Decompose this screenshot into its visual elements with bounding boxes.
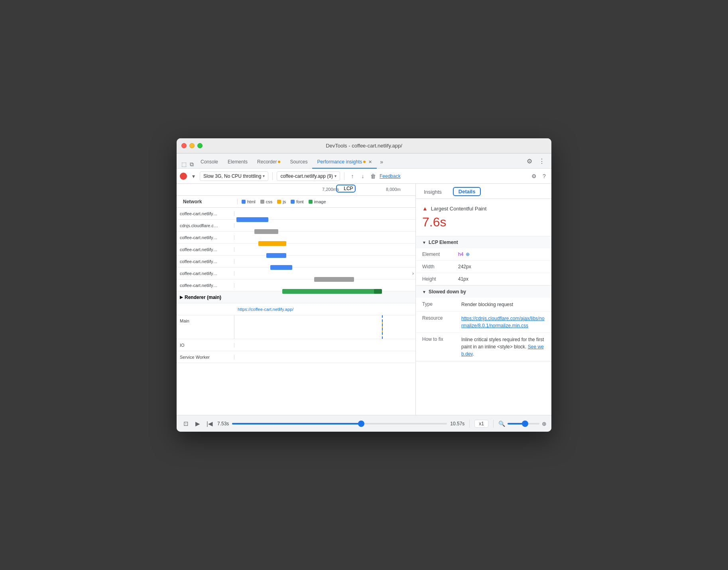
close-button[interactable] [181, 143, 187, 148]
fix-label: How to fix [422, 336, 458, 358]
io-row: IO [177, 339, 415, 351]
tab-performance[interactable]: Performance insights ✕ [312, 157, 377, 169]
settings-icon[interactable]: ⚙ [523, 155, 535, 168]
network-row[interactable]: cdnjs.cloudflare.c… [177, 220, 415, 232]
sw-row: Service Worker [177, 351, 415, 363]
main-content: 7,200ms 8,000m ▲ LCP Network [177, 184, 551, 415]
zoom-in-icon[interactable]: ⊕ [542, 421, 547, 427]
row-label: coffee-cart.netlify… [177, 259, 234, 264]
row-label: coffee-cart.netlify… [177, 283, 234, 288]
network-preset-dropdown[interactable]: Slow 3G, No CPU throttling ▾ [200, 171, 268, 181]
renderer-section-title: Renderer (main) [185, 295, 221, 300]
legend-label-area: Network [180, 199, 238, 204]
network-row[interactable]: coffee-cart.netlify… [177, 232, 415, 244]
preset-arrow-icon: ▾ [263, 174, 265, 178]
image-bar-dark [374, 289, 382, 294]
legend-items: html css js font [242, 199, 326, 204]
network-section: coffee-cart.netlify… cdnjs.cloudflare.c… [177, 208, 415, 415]
slowed-by-header: ▼ Slowed down by [416, 286, 551, 298]
screenshot-icon[interactable]: ⊡ [181, 419, 190, 428]
tab-close-icon[interactable]: ✕ [368, 159, 372, 165]
trash-icon[interactable]: 🗑 [369, 172, 377, 180]
skip-start-icon[interactable]: |◀ [205, 419, 214, 428]
zoom-out-icon[interactable]: 🔍 [498, 421, 505, 427]
tab-console[interactable]: Console [196, 157, 223, 169]
font-dot [291, 200, 295, 204]
scrubber[interactable] [232, 423, 447, 425]
fix-value: Inline critical styles required for the … [461, 336, 545, 358]
separator [272, 172, 273, 180]
element-label: Element [422, 252, 458, 257]
lcp-header-row: ▲ Largest Contentful Paint [422, 205, 545, 212]
renderer-link[interactable]: https://coffee-cart.netlify.app/ [234, 307, 293, 312]
section-toggle-icon[interactable]: ▶ [180, 295, 183, 299]
minimize-button[interactable] [189, 143, 195, 148]
resource-value: https://cdnjs.cloudflare.com/ajax/libs/n… [461, 315, 545, 329]
play-icon[interactable]: ▶ [193, 419, 202, 428]
scrubber-thumb[interactable] [358, 421, 364, 427]
download-icon[interactable]: ↓ [359, 172, 367, 180]
speed-badge[interactable]: x1 [474, 420, 488, 428]
section-toggle-lcp[interactable]: ▼ [422, 240, 426, 245]
tab-elements[interactable]: Elements [223, 157, 252, 169]
upload-icon[interactable]: ↑ [348, 172, 356, 180]
css-dot [260, 200, 264, 204]
network-row[interactable]: coffee-cart.netlify… [177, 208, 415, 220]
bottom-bar: ⊡ ▶ |◀ 7.53s 10.57s x1 🔍 ⊕ [177, 415, 551, 432]
row-chevron-icon[interactable]: › [412, 271, 414, 276]
cursor-icon[interactable]: ⬚ [180, 160, 188, 168]
record-button[interactable] [180, 173, 187, 180]
resource-link[interactable]: https://cdnjs.cloudflare.com/ajax/libs/n… [461, 316, 545, 328]
legend-font: font [291, 199, 303, 204]
lcp-warning-icon: ▲ [422, 205, 428, 212]
left-panel: 7,200ms 8,000m ▲ LCP Network [177, 184, 416, 415]
more-options-icon[interactable]: ⋮ [535, 155, 548, 168]
network-row[interactable]: coffee-cart.netlify… [177, 256, 415, 267]
lcp-badge[interactable]: ▲ LCP [336, 185, 356, 193]
main-thread-label: Main [177, 315, 234, 339]
element-inspect-icon[interactable]: ⊕ [466, 252, 470, 257]
devtools-window: DevTools - coffee-cart.netlify.app/ ⬚ ⧉ … [177, 138, 551, 432]
feedback-link[interactable]: Feedback [380, 173, 401, 179]
lcp-section: ▲ Largest Contentful Paint 7.6s [416, 199, 551, 236]
network-legend: Network html css js [177, 196, 415, 208]
resource-label: Resource [422, 315, 458, 329]
performance-dot [363, 161, 366, 163]
zoom-thumb[interactable] [522, 421, 528, 427]
help-icon[interactable]: ? [540, 172, 548, 180]
timeline-markers: 7,200ms 8,000m ▲ LCP [234, 184, 415, 196]
sw-label: Service Worker [177, 355, 234, 360]
settings-icon-2[interactable]: ⚙ [530, 172, 538, 180]
legend-js: js [277, 199, 286, 204]
row-label: coffee-cart.netlify… [177, 247, 234, 252]
section-toggle-slowed[interactable]: ▼ [422, 290, 426, 294]
maximize-button[interactable] [197, 143, 203, 148]
device-icon[interactable]: ⧉ [188, 160, 196, 168]
height-label: Height [422, 276, 458, 282]
tab-sources[interactable]: Sources [285, 157, 312, 169]
zoom-slider[interactable] [508, 423, 539, 425]
network-row[interactable]: coffee-cart.netlify… › [177, 267, 415, 279]
details-tab-outline: Details [453, 187, 481, 196]
slowed-by-body: Type Render blocking request Resource ht… [416, 298, 551, 361]
target-dropdown[interactable]: coffee-cart.netlify.app (9) ▾ [277, 171, 340, 181]
tab-insights[interactable]: Insights [416, 187, 450, 199]
slow-type-row: Type Render blocking request [416, 298, 551, 312]
tabs-overflow-icon[interactable]: » [377, 156, 386, 168]
detail-row-width: Width 242px [416, 261, 551, 273]
io-label: IO [177, 343, 234, 348]
tab-recorder[interactable]: Recorder [252, 157, 285, 169]
scrubber-track[interactable] [232, 423, 447, 425]
network-row[interactable]: coffee-cart.netlify… [177, 279, 415, 291]
title-bar: DevTools - coffee-cart.netlify.app/ [177, 138, 551, 153]
slow-resource-row: Resource https://cdnjs.cloudflare.com/aj… [416, 312, 551, 333]
marker-8000: 8,000m [386, 187, 401, 192]
lcp-element-section: ▼ LCP Element Element h4 ⊕ Width 242px [416, 236, 551, 286]
network-row[interactable]: coffee-cart.netlify… [177, 244, 415, 256]
dropdown-arrow-icon[interactable]: ▾ [189, 172, 197, 180]
image-dot [309, 200, 313, 204]
lcp-element-body: Element h4 ⊕ Width 242px Height 41px [416, 248, 551, 285]
tab-details[interactable]: Details [450, 187, 484, 197]
element-value: h4 ⊕ [458, 252, 470, 257]
slow-fix-row: How to fix Inline critical styles requir… [416, 333, 551, 361]
